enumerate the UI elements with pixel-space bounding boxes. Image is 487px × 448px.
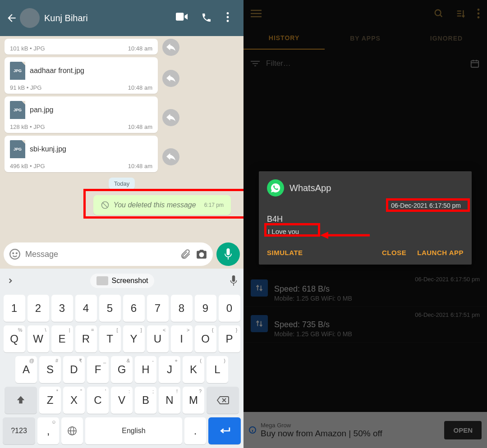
svg-point-2 — [227, 16, 229, 18]
period-key[interactable]: . — [184, 417, 206, 444]
key-row-4: Z*X"C'V:B;N!M? — [0, 385, 244, 416]
key-t[interactable]: T[ — [99, 325, 121, 352]
key-7[interactable]: 7 — [147, 295, 169, 322]
enter-key[interactable] — [208, 417, 241, 444]
blocked-icon — [101, 201, 110, 210]
key-d[interactable]: D₹ — [63, 356, 85, 383]
forward-icon[interactable] — [162, 148, 179, 165]
key-row-1: 1234567890 — [0, 293, 244, 324]
svg-rect-9 — [226, 248, 230, 255]
key-5[interactable]: 5 — [99, 295, 121, 322]
forward-icon[interactable] — [162, 109, 179, 126]
key-u[interactable]: U< — [147, 325, 169, 352]
attachment-filename: pan.jpg — [30, 106, 54, 114]
key-m[interactable]: M? — [183, 387, 204, 414]
close-button[interactable]: CLOSE — [382, 249, 406, 256]
deleted-message-time: 6:17 pm — [204, 202, 224, 208]
backspace-key[interactable] — [207, 387, 239, 414]
svg-point-3 — [227, 20, 229, 22]
forward-icon[interactable] — [162, 39, 179, 56]
jpg-icon: JPG — [10, 62, 25, 80]
popup-timestamp: 06-Dec-2021 6:17:50 pm — [267, 201, 464, 210]
key-n[interactable]: N! — [159, 387, 180, 414]
svg-marker-40 — [320, 232, 328, 239]
key-w[interactable]: W\ — [28, 325, 49, 352]
symbols-key[interactable]: ?123 — [3, 417, 35, 444]
suggestion-chip[interactable]: Screenshot — [90, 274, 155, 288]
key-h[interactable]: H- — [135, 356, 156, 383]
key-z[interactable]: Z* — [39, 387, 61, 414]
more-icon[interactable] — [226, 12, 238, 24]
key-c[interactable]: C' — [87, 387, 109, 414]
key-f[interactable]: F_ — [87, 356, 109, 383]
back-icon[interactable] — [5, 12, 18, 24]
key-i[interactable]: I> — [171, 325, 193, 352]
key-v[interactable]: V: — [111, 387, 133, 414]
key-3[interactable]: 3 — [51, 295, 73, 322]
key-0[interactable]: 0 — [219, 295, 240, 322]
key-g[interactable]: G& — [111, 356, 133, 383]
key-y[interactable]: Y] — [123, 325, 145, 352]
svg-point-6 — [10, 249, 20, 259]
key-8[interactable]: 8 — [171, 295, 193, 322]
mic-button[interactable] — [216, 242, 240, 266]
key-q[interactable]: Q% — [4, 325, 25, 352]
deleted-message-text: You deleted this message — [113, 201, 196, 209]
key-a[interactable]: A@ — [15, 356, 37, 383]
shift-key[interactable] — [5, 387, 37, 414]
attachment-bubble[interactable]: JPG aadhaar front.jpg 91 kB • JPG 10:48 … — [5, 57, 158, 94]
suggestion-bar: Screenshot — [0, 269, 244, 293]
key-l[interactable]: L) — [207, 356, 228, 383]
space-key[interactable]: English — [85, 417, 182, 444]
svg-rect-0 — [176, 13, 184, 20]
key-e[interactable]: E| — [51, 325, 73, 352]
key-b[interactable]: B; — [135, 387, 156, 414]
message-input[interactable] — [25, 250, 175, 259]
launch-app-button[interactable]: LAUNCH APP — [417, 249, 464, 256]
chevron-right-icon[interactable] — [6, 277, 14, 285]
attachment-filename: aadhaar front.jpg — [30, 67, 84, 75]
comma-key[interactable]: ,☺ — [37, 417, 59, 444]
message-input-box[interactable] — [4, 242, 213, 266]
key-o[interactable]: O{ — [195, 325, 216, 352]
key-row-3: A@S#D₹F_G&H-J+K(L) — [0, 354, 244, 385]
notification-popup: WhatsApp 06-Dec-2021 6:17:50 pm B4H I Lo… — [259, 171, 472, 265]
svg-line-5 — [103, 203, 107, 207]
contact-avatar[interactable] — [20, 8, 40, 28]
attachment-bubble[interactable]: 101 kB • JPG 10:48 am — [5, 39, 158, 55]
camera-icon[interactable] — [196, 248, 207, 260]
key-2[interactable]: 2 — [28, 295, 49, 322]
forward-icon[interactable] — [162, 70, 179, 87]
voice-call-icon[interactable] — [201, 12, 213, 24]
emoji-icon[interactable] — [9, 248, 21, 260]
contact-name[interactable]: Kunj Bihari — [44, 13, 176, 23]
video-call-icon[interactable] — [176, 12, 188, 24]
globe-key[interactable] — [61, 417, 83, 444]
key-row-5: ?123 ,☺ English . — [0, 416, 244, 446]
key-4[interactable]: 4 — [75, 295, 97, 322]
popup-message: I Love you — [267, 227, 300, 236]
key-k[interactable]: K( — [183, 356, 204, 383]
attachment-bubble[interactable]: JPG sbi-kunj.jpg 496 kB • JPG 10:48 am — [5, 136, 158, 172]
key-1[interactable]: 1 — [4, 295, 25, 322]
notification-app-pane: HISTORY BY APPS IGNORED Filter… 06-Dec-2… — [244, 0, 487, 448]
key-r[interactable]: R= — [75, 325, 97, 352]
attach-icon[interactable] — [179, 248, 191, 260]
deleted-message-bubble[interactable]: You deleted this message 6:17 pm — [93, 195, 231, 215]
arrow-annotation — [320, 230, 370, 241]
key-x[interactable]: X" — [63, 387, 85, 414]
key-s[interactable]: S# — [39, 356, 61, 383]
jpg-icon: JPG — [10, 140, 25, 158]
key-p[interactable]: P} — [219, 325, 240, 352]
key-j[interactable]: J+ — [159, 356, 180, 383]
whatsapp-pane: Kunj Bihari 101 kB • JPG 10:48 am — [0, 0, 244, 448]
chat-area: 101 kB • JPG 10:48 am JPG aadhaar front.… — [0, 36, 244, 240]
mic-icon[interactable] — [230, 275, 237, 286]
simulate-button[interactable]: SIMULATE — [267, 249, 303, 256]
key-row-2: Q%W\E|R=T[Y]U<I>O{P} — [0, 324, 244, 354]
attachment-bubble[interactable]: JPG pan.jpg 128 kB • JPG 10:48 am — [5, 96, 158, 133]
key-9[interactable]: 9 — [195, 295, 216, 322]
key-6[interactable]: 6 — [123, 295, 145, 322]
svg-point-1 — [227, 12, 229, 14]
attachment-filename: sbi-kunj.jpg — [30, 145, 66, 153]
